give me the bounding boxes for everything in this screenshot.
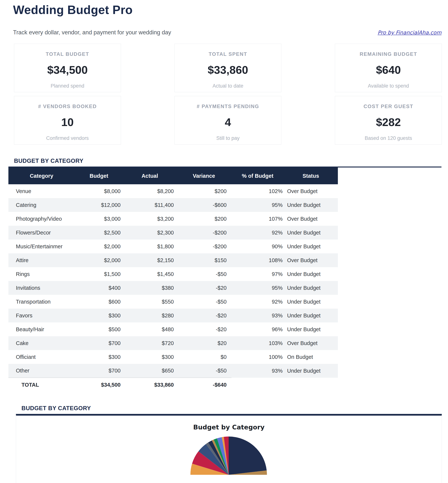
table-row: Beauty/Hair$500$480-$2096%Under Budget [8, 322, 338, 336]
column-header-budget: Budget [75, 168, 123, 184]
table-row: Favors$300$280-$2093%Under Budget [8, 309, 338, 322]
cell-status: Over Budget [284, 336, 338, 350]
total-variance: -$640 [176, 378, 232, 392]
cell-variance: -$600 [176, 198, 232, 212]
page-title: Wedding Budget Pro [13, 3, 441, 17]
table-row: Music/Entertainmer$2,000$1,800-$20090%Un… [8, 240, 338, 253]
chart-container: Budget by Category [16, 414, 442, 483]
table-row: Venue$8,000$8,200$200102%Over Budget [8, 184, 338, 198]
budget-table-section: Category Budget Actual Variance % of Bud… [8, 167, 441, 392]
stat-label: REMAINING BUDGET [335, 51, 442, 57]
stat-value: 10 [14, 116, 121, 129]
cell-actual: $720 [123, 336, 176, 350]
cell-category: Venue [8, 184, 75, 198]
cell-budget: $300 [75, 350, 123, 364]
cell-actual: $300 [123, 350, 176, 364]
cell-status: Over Budget [284, 253, 338, 267]
cell-variance: -$200 [176, 240, 232, 253]
cell-category: Attire [8, 253, 75, 267]
column-header-variance: Variance [176, 168, 232, 184]
cell-variance: $0 [176, 350, 232, 364]
stat-value: $640 [335, 64, 442, 76]
cell-budget: $700 [75, 364, 123, 378]
cell-status: Under Budget [284, 322, 338, 336]
cell-percent: 90% [232, 240, 284, 253]
pie-chart [190, 436, 267, 475]
cell-percent: 96% [232, 322, 284, 336]
pie-slice-venue [229, 436, 267, 475]
cell-category: Rings [8, 267, 75, 281]
cell-category: Invitations [8, 281, 75, 295]
stat-label: # PAYMENTS PENDING [175, 104, 281, 109]
cell-percent: 107% [232, 212, 284, 226]
stat-value: 4 [175, 116, 281, 129]
cell-actual: $1,800 [123, 240, 176, 253]
cell-status: Over Budget [284, 184, 338, 198]
cell-status: Under Budget [284, 309, 338, 322]
cell-variance: $200 [176, 212, 232, 226]
cell-actual: $8,200 [123, 184, 176, 198]
brand-link[interactable]: Pro by FinancialAha.com [378, 30, 441, 36]
cell-variance: $200 [176, 184, 232, 198]
cell-percent: 93% [232, 364, 284, 378]
total-status-empty [284, 378, 338, 392]
cell-percent: 103% [232, 336, 284, 350]
cell-actual: $2,150 [123, 253, 176, 267]
subtitle-row: Track every dollar, vendor, and payment … [13, 29, 441, 36]
stat-label: TOTAL SPENT [175, 51, 281, 57]
stat-sublabel: Actual to date [175, 83, 281, 89]
table-header-row: Category Budget Actual Variance % of Bud… [8, 168, 338, 184]
cell-actual: $1,450 [123, 267, 176, 281]
cell-actual: $650 [123, 364, 176, 378]
cell-variance: -$50 [176, 295, 232, 309]
table-row: Attire$2,000$2,150$150108%Over Budget [8, 253, 338, 267]
stat-sublabel: Planned spend [14, 83, 121, 89]
stats-grid: TOTAL BUDGET$34,500Planned spendTOTAL SP… [14, 44, 442, 145]
cell-actual: $280 [123, 309, 176, 322]
total-actual: $33,860 [123, 378, 176, 392]
total-percent-empty [232, 378, 284, 392]
cell-category: Beauty/Hair [8, 322, 75, 336]
table-row: Invitations$400$380-$2095%Under Budget [8, 281, 338, 295]
cell-status: On Budget [284, 350, 338, 364]
cell-status: Over Budget [284, 212, 338, 226]
cell-variance: -$20 [176, 281, 232, 295]
stat-value: $34,500 [14, 64, 121, 76]
cell-actual: $550 [123, 295, 176, 309]
cell-variance: $150 [176, 253, 232, 267]
budget-table: Category Budget Actual Variance % of Bud… [8, 168, 338, 392]
cell-budget: $12,000 [75, 198, 123, 212]
cell-actual: $2,300 [123, 226, 176, 240]
cell-percent: 95% [232, 281, 284, 295]
cell-variance: -$50 [176, 364, 232, 378]
cell-budget: $700 [75, 336, 123, 350]
table-row: Officiant$300$300$0100%On Budget [8, 350, 338, 364]
stat-sublabel: Still to pay [175, 135, 281, 141]
total-budget: $34,500 [75, 378, 123, 392]
stat-label: COST PER GUEST [335, 104, 442, 109]
cell-category: Favors [8, 309, 75, 322]
table-row: Transportation$600$550-$5092%Under Budge… [8, 295, 338, 309]
chart-section-heading: BUDGET BY CATEGORY [22, 405, 448, 412]
table-row: Catering$12,000$11,400-$60095%Under Budg… [8, 198, 338, 212]
cell-actual: $380 [123, 281, 176, 295]
cell-budget: $1,500 [75, 267, 123, 281]
cell-budget: $400 [75, 281, 123, 295]
cell-percent: 108% [232, 253, 284, 267]
cell-variance: -$20 [176, 309, 232, 322]
chart-title: Budget by Category [16, 423, 442, 431]
table-row: Other$700$650-$5093%Under Budget [8, 364, 338, 378]
cell-status: Under Budget [284, 281, 338, 295]
cell-actual: $480 [123, 322, 176, 336]
cell-status: Under Budget [284, 240, 338, 253]
table-total-row: TOTAL$34,500$33,860-$640 [8, 378, 338, 392]
cell-status: Under Budget [284, 295, 338, 309]
cell-percent: 95% [232, 198, 284, 212]
total-label: TOTAL [8, 378, 75, 392]
cell-category: Flowers/Decor [8, 226, 75, 240]
cell-status: Under Budget [284, 267, 338, 281]
cell-variance: $20 [176, 336, 232, 350]
cell-budget: $3,000 [75, 212, 123, 226]
stat-card-remaining-budget: REMAINING BUDGET$640Available to spend [335, 44, 442, 92]
column-header-status: Status [284, 168, 338, 184]
